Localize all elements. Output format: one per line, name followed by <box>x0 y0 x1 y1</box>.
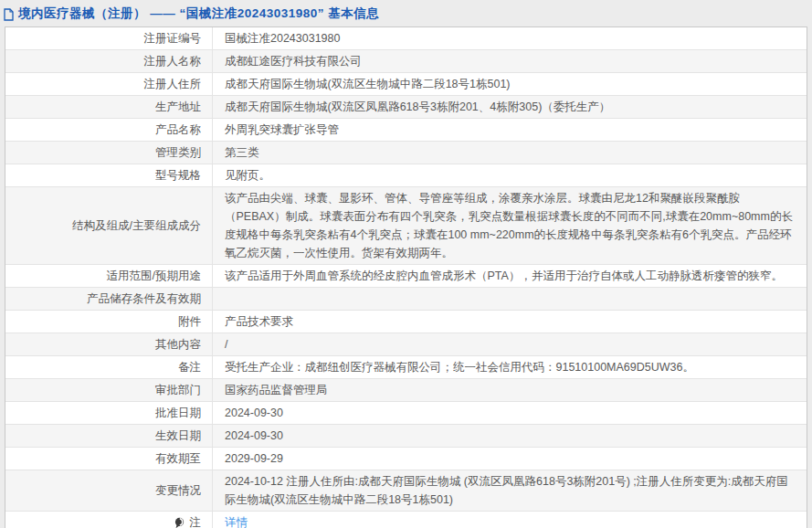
row-label: 管理类别 <box>5 142 213 164</box>
row-label: 结构及组成/主要组成成分 <box>5 187 213 264</box>
row-value-text: 成都天府国际生物城(双流区生物城中路二段18号1栋501) <box>225 75 511 93</box>
row-value: 2024-09-30 <box>213 425 807 447</box>
registration-info-table: 注册证编号国械注准20243031980注册人名称成都虹途医疗科技有限公司注册人… <box>5 26 807 528</box>
row-value: 外周乳突球囊扩张导管 <box>213 119 807 141</box>
row-label: 有效期至 <box>5 448 213 470</box>
table-row: 批准日期2024-09-30 <box>5 402 807 425</box>
row-label: 批准日期 <box>5 402 213 424</box>
row-label: 适用范围/预期用途 <box>5 265 213 287</box>
row-value-text: 2029-09-29 <box>225 449 283 468</box>
row-label: 注册人住所 <box>5 73 213 95</box>
row-value-text: 产品技术要求 <box>225 312 293 331</box>
table-row: 生产地址成都天府国际生物城(双流区凤凰路618号3栋附201、4栋附305)（委… <box>5 96 807 119</box>
row-value: 国械注准20243031980 <box>213 27 807 49</box>
row-value <box>213 288 807 310</box>
note-value-cell: 详情 <box>213 512 807 528</box>
row-value: 2024-10-12 注册人住所由:成都天府国际生物城 (双流区凤凰路618号3… <box>213 470 807 511</box>
row-value: 2029-09-29 <box>213 448 807 470</box>
row-value: 成都虹途医疗科技有限公司 <box>213 50 807 72</box>
row-value: 见附页。 <box>213 164 807 186</box>
table-row: 结构及组成/主要组成成分该产品由尖端、球囊、显影环、管体、导管座等组成，涂覆亲水… <box>5 187 807 265</box>
table-row: 备注受托生产企业：成都纽创医疗器械有限公司；统一社会信用代码：91510100M… <box>5 356 807 379</box>
table-row: 产品名称外周乳突球囊扩张导管 <box>5 119 807 142</box>
detail-link[interactable]: 详情 <box>225 513 248 528</box>
row-label: 注册证编号 <box>5 27 213 49</box>
row-value-text: 国家药品监督管理局 <box>225 381 328 399</box>
row-value: 该产品适用于外周血管系统的经皮腔内血管成形术（PTA），并适用于治疗自体或人工动… <box>213 265 807 287</box>
row-label: 生产地址 <box>5 96 213 118</box>
table-row: 管理类别第三类 <box>5 142 807 164</box>
comment-balloon-icon <box>174 517 185 528</box>
row-value-text: 该产品由尖端、球囊、显影环、管体、导管座等组成，涂覆亲水涂层。球囊由尼龙12和聚… <box>225 189 794 262</box>
table-row: 变更情况2024-10-12 注册人住所由:成都天府国际生物城 (双流区凤凰路6… <box>5 470 807 512</box>
table-row: 审批部门国家药品监督管理局 <box>5 379 807 402</box>
table-row: 注册证编号国械注准20243031980 <box>5 27 807 50</box>
row-value-text: 成都天府国际生物城(双流区凤凰路618号3栋附201、4栋附305)（委托生产） <box>225 98 610 116</box>
row-value-text: 2024-09-30 <box>225 404 283 422</box>
row-label: 审批部门 <box>5 379 213 401</box>
row-label: 其他内容 <box>5 333 213 355</box>
table-row-note: 注详情 <box>5 512 807 528</box>
page-header: 境内医疗器械（注册） —— “国械注准20243031980” 基本信息 <box>0 0 812 26</box>
row-value: 成都天府国际生物城(双流区生物城中路二段18号1栋501) <box>213 73 807 95</box>
row-value-text: 国械注准20243031980 <box>225 29 340 48</box>
registration-info-page: 境内医疗器械（注册） —— “国械注准20243031980” 基本信息 注册证… <box>0 0 812 528</box>
row-label: 型号规格 <box>5 164 213 186</box>
row-value-text: 成都虹途医疗科技有限公司 <box>225 52 362 70</box>
row-value: / <box>213 333 807 355</box>
row-value: 该产品由尖端、球囊、显影环、管体、导管座等组成，涂覆亲水涂层。球囊由尼龙12和聚… <box>213 187 807 264</box>
row-value: 国家药品监督管理局 <box>213 379 807 401</box>
note-label-cell: 注 <box>5 512 213 528</box>
row-label: 产品储存条件及有效期 <box>5 288 213 310</box>
row-value-text: 见附页。 <box>225 166 270 185</box>
row-value: 成都天府国际生物城(双流区凤凰路618号3栋附201、4栋附305)（委托生产） <box>213 96 807 118</box>
row-label: 注册人名称 <box>5 50 213 72</box>
row-value: 第三类 <box>213 142 807 164</box>
table-row: 产品储存条件及有效期 <box>5 288 807 311</box>
row-label: 产品名称 <box>5 119 213 141</box>
table-row: 注册人名称成都虹途医疗科技有限公司 <box>5 50 807 73</box>
row-value: 受托生产企业：成都纽创医疗器械有限公司；统一社会信用代码：91510100MA6… <box>213 356 807 378</box>
row-label: 附件 <box>5 311 213 333</box>
table-row: 适用范围/预期用途该产品适用于外周血管系统的经皮腔内血管成形术（PTA），并适用… <box>5 265 807 288</box>
document-icon <box>3 8 15 21</box>
row-value-text: 外周乳突球囊扩张导管 <box>225 121 339 139</box>
row-value-text: 该产品适用于外周血管系统的经皮腔内血管成形术（PTA），并适用于治疗自体或人工动… <box>225 267 783 285</box>
row-label: 生效日期 <box>5 425 213 447</box>
row-value: 2024-09-30 <box>213 402 807 424</box>
row-value-text: 2024-10-12 注册人住所由:成都天府国际生物城 (双流区凤凰路618号3… <box>225 472 794 509</box>
table-row: 有效期至2029-09-29 <box>5 448 807 470</box>
table-row: 其他内容/ <box>5 333 807 356</box>
page-title: 境内医疗器械（注册） —— “国械注准20243031980” 基本信息 <box>18 5 379 22</box>
row-value-text: 受托生产企业：成都纽创医疗器械有限公司；统一社会信用代码：91510100MA6… <box>225 358 694 376</box>
table-row: 生效日期2024-09-30 <box>5 425 807 448</box>
row-value-text: 2024-09-30 <box>225 427 283 445</box>
table-row: 附件产品技术要求 <box>5 311 807 333</box>
row-label: 变更情况 <box>5 470 213 511</box>
row-value-text: / <box>225 335 227 354</box>
table-row: 型号规格见附页。 <box>5 164 807 187</box>
row-value: 产品技术要求 <box>213 311 807 333</box>
table-row: 注册人住所成都天府国际生物城(双流区生物城中路二段18号1栋501) <box>5 73 807 96</box>
row-value-text: 第三类 <box>225 143 259 162</box>
note-label: 注 <box>190 515 202 528</box>
row-label: 备注 <box>5 356 213 378</box>
